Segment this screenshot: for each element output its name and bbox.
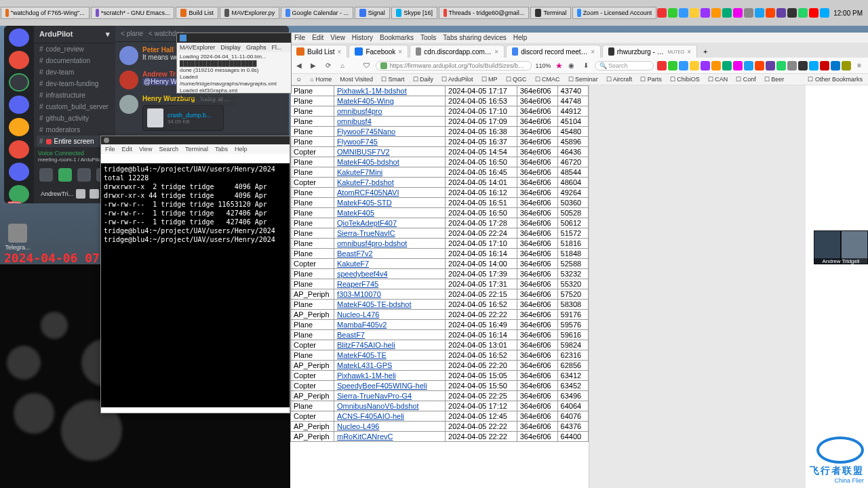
extension-icon[interactable] [809, 61, 818, 70]
board-link[interactable]: omnibusf4 [337, 117, 372, 125]
server-icon-new[interactable] [9, 185, 29, 203]
bookmark-item[interactable]: ☐ Smart [378, 75, 408, 83]
extension-icon[interactable] [831, 61, 840, 70]
menu-item[interactable]: Tabs sharing devices [443, 34, 506, 41]
extension-icon[interactable] [744, 61, 753, 70]
download-icon[interactable]: ⬇ [580, 60, 592, 72]
mute-icon[interactable] [76, 189, 85, 199]
menu-item[interactable]: File [294, 34, 305, 41]
extension-icon[interactable] [820, 61, 829, 70]
extension-icon[interactable] [766, 61, 775, 70]
board-link[interactable]: omnibusf4pro [337, 107, 382, 115]
taskbar-item[interactable]: Zoom - Licensed Account [572, 7, 656, 19]
board-link[interactable]: Nucleo-L496 [337, 422, 379, 430]
board-link[interactable]: speedybeef4v4 [337, 270, 388, 278]
avatar[interactable] [119, 46, 138, 65]
bookmark-item[interactable]: ☐ ChibiOS [667, 75, 703, 83]
bookmark-item[interactable]: ⌂ Home [307, 75, 334, 83]
extension-icon[interactable] [711, 61, 721, 70]
tray-icon[interactable] [755, 8, 764, 18]
board-link[interactable]: Sierra-TrueNavPro-G4 [337, 392, 412, 400]
zoom-level[interactable]: 110% [534, 62, 553, 69]
taskbar-item[interactable]: *scratch* - GNU Emacs... [91, 7, 175, 19]
bookmark-folder[interactable]: ☐ Other Bookmarks [805, 75, 865, 83]
board-link[interactable]: BlitzF745AIO-heli [337, 341, 395, 349]
server-icon[interactable] [9, 96, 29, 114]
desktop-icon-telegram[interactable]: Telegra... [4, 224, 31, 251]
bookmark-item[interactable]: ☐ Seminar [566, 75, 601, 83]
menu-item[interactable]: Graphs [246, 44, 267, 51]
search-bar[interactable]: 🔍 Search [595, 61, 654, 70]
browser-tab[interactable]: rhwurzburg - WherebyMUTED× [602, 45, 697, 58]
channel-item[interactable]: moderators [34, 124, 115, 136]
extension-icon[interactable] [842, 61, 851, 70]
breadcrumb[interactable]: < plane [121, 30, 143, 37]
board-link[interactable]: MatekF405-bdshot [337, 158, 399, 166]
board-link[interactable]: KakuteF7 [337, 260, 369, 268]
server-icon[interactable] [9, 28, 29, 47]
board-link[interactable]: ACNS-F405AIO-heli [337, 412, 404, 420]
extension-icon[interactable] [787, 61, 797, 70]
tray-icon[interactable] [657, 8, 667, 18]
extension-icon[interactable] [722, 61, 732, 70]
board-link[interactable]: BeastF7v2 [337, 249, 373, 258]
browser-tab[interactable]: Build List× [290, 45, 347, 58]
taskbar-item[interactable]: "watchdog of F765-Wing"... [1, 7, 90, 19]
extension-icon[interactable] [679, 61, 688, 70]
build-table-wrap[interactable]: PlanePixhawk1-1M-bdshot2024-04-05 17:173… [290, 85, 589, 488]
extension-icon[interactable] [690, 61, 699, 70]
menu-item[interactable]: History [352, 34, 373, 41]
deafen-icon[interactable] [90, 189, 99, 199]
bookmark-item[interactable]: ☐ CMAC [532, 75, 563, 83]
tray-icon[interactable] [744, 8, 753, 18]
board-link[interactable]: omnibusf4pro-bdshot [337, 239, 407, 247]
board-link[interactable]: MatekL431-GPS [337, 361, 392, 369]
server-header[interactable]: ArduPilot▾ [34, 26, 115, 43]
bookmark-item[interactable]: ☐ ArduPilot [439, 75, 476, 83]
board-link[interactable]: MatekF405 [337, 209, 374, 217]
board-link[interactable]: SpeedyBeeF405WING-heli [337, 382, 427, 390]
board-link[interactable]: MatekF405-Wing [337, 97, 394, 105]
taskbar-item[interactable]: Threads - tridge60@gmail... [439, 7, 529, 19]
menu-item[interactable]: Help [513, 34, 528, 41]
server-icon[interactable] [9, 163, 29, 181]
forward-button[interactable]: ▶ [308, 60, 320, 72]
tray-icon[interactable] [690, 8, 699, 18]
board-link[interactable]: ReaperF745 [337, 280, 378, 288]
new-tab-button[interactable]: + [698, 46, 712, 58]
bookmark-item[interactable]: ☐ Daily [410, 75, 437, 83]
menu-item[interactable]: Tabs [215, 146, 228, 152]
browser-tab[interactable]: cdn.discordapp.com/attachmen...× [410, 45, 505, 58]
avatar[interactable] [119, 70, 138, 89]
channel-item[interactable]: dev-team [34, 66, 115, 78]
channel-item[interactable]: dev-team-funding [34, 78, 115, 89]
tray-icon[interactable] [701, 8, 710, 18]
taskbar-item[interactable]: Build List [176, 7, 218, 19]
extension-icon[interactable] [668, 61, 677, 70]
board-link[interactable]: KakuteF7-bdshot [337, 178, 394, 186]
board-link[interactable]: OMNIBUSF7V2 [337, 148, 390, 156]
board-link[interactable]: MatekF405-TE [337, 351, 387, 359]
board-link[interactable]: mRoKitCANrevC [337, 432, 393, 441]
terminal-output[interactable]: tridge@blu4:~/project/UAV/users/Henry/20… [101, 163, 290, 407]
server-icon[interactable] [9, 118, 29, 136]
bookmark-item[interactable]: ☐ Aircraft [604, 75, 635, 83]
menu-item[interactable]: Tools [420, 34, 436, 41]
board-link[interactable]: KakuteF7Mini [337, 168, 382, 176]
bookmark-item[interactable]: ☺ [293, 75, 304, 83]
video-icon[interactable] [39, 168, 53, 182]
menu-item[interactable]: Help [235, 146, 248, 152]
tray-icon[interactable] [798, 8, 808, 18]
menu-item[interactable]: Search [159, 146, 178, 152]
bookmark-item[interactable]: Most Visited [337, 75, 376, 83]
reload-button[interactable]: ⟳ [322, 60, 334, 72]
bookmark-item[interactable]: ☐ Parts [637, 75, 665, 83]
taskbar-item[interactable]: Google Calendar - ... [281, 7, 353, 19]
board-link[interactable]: Pixhawk1-1M-bdshot [337, 87, 407, 95]
menu-item[interactable]: Bookmarks [380, 34, 414, 41]
server-icon[interactable] [9, 140, 29, 159]
board-link[interactable]: BeastF7 [337, 331, 365, 339]
menu-button[interactable]: ≡ [854, 60, 866, 72]
window-titlebar[interactable] [177, 33, 291, 43]
tray-icon[interactable] [711, 8, 721, 18]
